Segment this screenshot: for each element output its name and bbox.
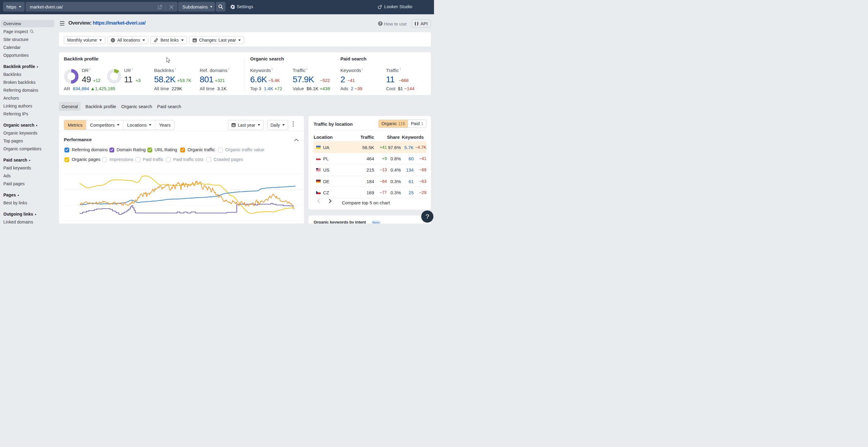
svg-text:?: ?: [379, 22, 381, 25]
